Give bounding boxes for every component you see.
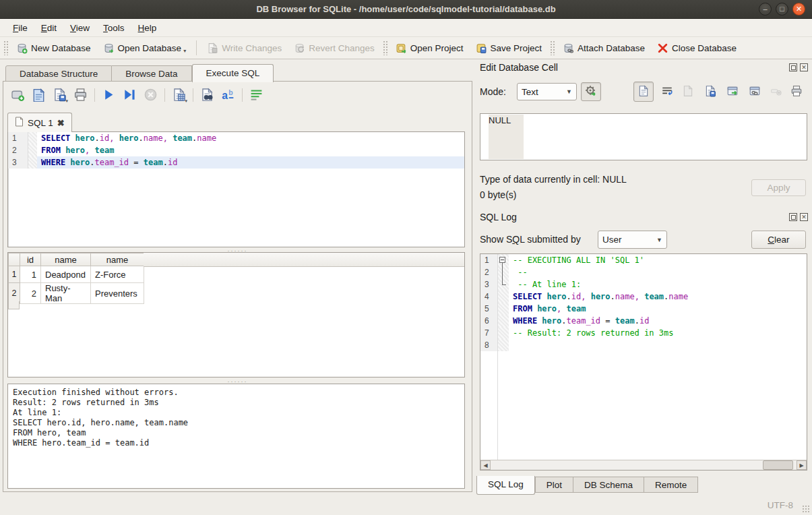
sql-file-tab[interactable]: SQL 1 ✖ [7,113,72,132]
row-header[interactable]: 1 [9,266,20,283]
cell-type-info: Type of data currently in cell: NULL [480,174,627,185]
chevron-down-icon: ▼ [566,88,572,95]
dropdown-caret-icon[interactable]: ▾ [185,98,187,104]
log-filter-select[interactable]: User▼ [598,231,667,249]
close-panel-icon[interactable]: ✕ [800,63,808,71]
grid-corner[interactable] [9,253,20,266]
dock-tab-db-schema[interactable]: DB Schema [573,477,644,493]
resize-grip[interactable] [802,505,810,513]
print-sql-button[interactable] [71,86,90,104]
text-mode-icon [637,85,650,99]
revert-changes-icon [294,42,305,54]
fold-margin [28,132,37,144]
grid-cell[interactable]: Deadpond [41,266,91,283]
close-panel-icon[interactable]: ✕ [800,213,808,221]
menu-bar: FileEditViewToolsHelp [0,19,812,37]
import-data-button[interactable] [679,84,697,100]
grid-cell[interactable]: 2 [20,283,41,304]
tab-execute-sql[interactable]: Execute SQL [192,64,274,82]
fold-marker [498,266,509,278]
execute-all-button[interactable] [100,86,118,104]
open-project-button[interactable]: Open Project [389,40,470,57]
column-header-id-0[interactable]: id [20,253,41,266]
save-project-button[interactable]: Save Project [470,40,549,57]
table-row[interactable]: 22Rusty-ManPreventers [9,283,144,304]
stop-button[interactable] [142,86,160,104]
code-line: 4SELECT hero.id, hero.name, team.name [480,291,807,303]
scroll-left-icon[interactable]: ◀ [480,460,491,470]
save-results-button[interactable]: ▾ [170,86,188,104]
execute-line-button[interactable] [121,86,139,104]
minimize-button[interactable]: – [759,3,772,16]
set-null-button[interactable] [768,84,785,100]
tab-database-structure[interactable]: Database Structure [5,65,112,82]
new-database-icon [16,42,28,54]
mode-select[interactable]: Text▼ [517,83,577,100]
maximize-button[interactable]: □ [776,3,788,16]
code-line: 1-- EXECUTING ALL IN 'SQL 1' [480,254,807,266]
log-horizontal-scrollbar[interactable]: ◀ ▶ [480,460,807,470]
write-changes-button[interactable]: Write Changes [201,40,288,57]
cell-editor[interactable]: NULL [480,113,807,160]
menu-help[interactable]: Help [132,21,163,35]
new-database-button[interactable]: New Database [10,40,97,57]
sql-log-area[interactable]: 1-- EXECUTING ALL IN 'SQL 1'2 --3 -- At … [480,253,807,471]
grid-cell[interactable]: Preventers [91,283,144,304]
auto-apply-button[interactable] [581,82,601,101]
new-sql-tab-button[interactable] [9,86,27,104]
dropdown-caret-icon[interactable]: ▾ [183,48,186,54]
open-external-button[interactable] [724,84,741,100]
grid-cell[interactable]: Rusty-Man [41,283,91,304]
results-grid[interactable]: idnamename11DeadpondZ-Force22Rusty-ManPr… [7,252,465,377]
sql-editor[interactable]: 1SELECT hero.id, hero.name, team.name2FR… [7,131,465,247]
float-panel-icon[interactable] [789,63,797,71]
fold-margin [498,315,509,327]
scrollbar-thumb[interactable] [763,460,793,470]
cell-size-info: 0 byte(s) [480,189,516,200]
toolbar-button-label: Save Project [491,43,542,53]
print-cell-button[interactable] [788,84,805,100]
column-header-name-1[interactable]: name [41,253,91,266]
status-bar: UTF-8 [0,495,812,515]
open-sql-file-button[interactable] [30,86,48,104]
dropdown-caret-icon[interactable]: ▾ [65,98,68,104]
find-button[interactable] [198,86,216,104]
export-data-icon [704,85,716,99]
grid-cell[interactable]: Z-Force [91,266,144,283]
tab-browse-data[interactable]: Browse Data [112,65,191,82]
word-wrap-button[interactable] [247,86,266,104]
close-button[interactable]: ✕ [792,3,805,16]
menu-view[interactable]: View [64,21,96,35]
scroll-right-icon[interactable]: ▶ [797,460,807,470]
menu-tools[interactable]: Tools [97,21,131,35]
grid-cell[interactable]: 1 [20,266,41,283]
code-line: 3 -- At line 1: [480,278,807,291]
export-data-button[interactable] [701,84,719,100]
menu-file[interactable]: File [7,21,34,35]
dock-tab-plot[interactable]: Plot [535,477,573,493]
menu-edit[interactable]: Edit [35,21,63,35]
toolbar-button-label: Close Database [672,43,737,53]
word-wrap-cell-button[interactable] [658,84,676,100]
text-mode-button[interactable] [633,82,654,102]
print-sql-icon [73,88,88,102]
float-panel-icon[interactable] [789,213,797,221]
dock-tab-remote[interactable]: Remote [644,477,698,493]
splitter-results-message[interactable]: ······ [3,380,472,384]
apply-button[interactable]: Apply [751,179,806,196]
dock-tab-sql-log[interactable]: SQL Log [476,476,535,495]
fold-marker[interactable] [498,254,509,266]
clear-log-button[interactable]: Clear [751,231,806,249]
attach-database-button[interactable]: Attach Database [557,40,651,57]
revert-changes-button[interactable]: Revert Changes [288,40,381,57]
close-tab-icon[interactable]: ✖ [57,118,65,128]
code-text: FROM hero, team [37,144,464,156]
format-sql-button[interactable]: ab [219,86,237,104]
set-link-button[interactable] [746,84,763,100]
row-header[interactable]: 2 [9,283,20,304]
save-sql-file-button[interactable]: ▾ [51,86,69,104]
open-database-button[interactable]: Open Database▾ [97,40,193,57]
table-row[interactable]: 11DeadpondZ-Force [9,266,144,283]
column-header-name-2[interactable]: name [91,253,144,266]
close-database-button[interactable]: Close Database [651,40,743,57]
